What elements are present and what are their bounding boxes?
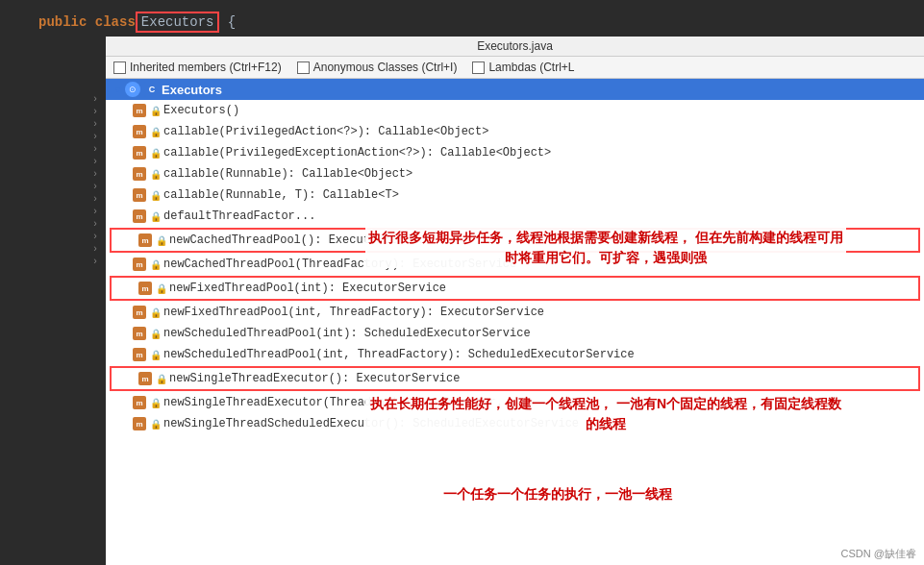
method-row-14[interactable]: m 🔒 newSingleThreadExecutor(ThreadFactor…: [106, 392, 924, 413]
method-row-13[interactable]: m 🔒 newSingleThreadExecutor(): ExecutorS…: [112, 368, 918, 389]
method-icon-10: m: [133, 306, 146, 319]
method-row-7[interactable]: m 🔒 newCachedThreadPool(): ExecutorServi…: [112, 230, 918, 251]
method-row-4[interactable]: m 🔒 callable(Runnable): Callable<Object>: [106, 163, 924, 184]
row-indent-7: m 🔒 newCachedThreadPool(): ExecutorServi…: [117, 233, 433, 247]
method-text-8: newCachedThreadPool(ThreadFactory): Exec…: [163, 258, 516, 271]
method-text-10: newFixedThreadPool(int, ThreadFactory): …: [163, 306, 544, 319]
green-icon-15: 🔒: [150, 418, 162, 430]
gutter-arrow-2: ›: [92, 107, 98, 117]
gutter-arrow-1: ›: [92, 94, 98, 105]
expand-icon: ▾: [112, 84, 123, 95]
green-icon-2: 🔒: [150, 126, 162, 137]
method-row-2[interactable]: m 🔒 callable(PrivilegedAction<?>): Calla…: [106, 121, 924, 142]
toolbar-anonymous[interactable]: Anonymous Classes (Ctrl+I): [297, 61, 458, 74]
method-icon-4: m: [133, 167, 146, 181]
class-icon: C: [144, 82, 160, 97]
green-icon-5: 🔒: [150, 189, 162, 201]
method-row-3[interactable]: m 🔒 callable(PrivilegedExceptionAction<?…: [106, 142, 924, 163]
method-text-7: newCachedThreadPool(): ExecutorService: [169, 233, 433, 247]
lock-icon-1: 🔒: [150, 105, 162, 116]
annotation-3: 一个任务一个任务的执行，一池一线程: [365, 484, 750, 504]
method-text-1: Executors(): [163, 104, 239, 117]
row-indent-12: m 🔒 newScheduledThreadPool(int, ThreadFa…: [112, 348, 635, 361]
toolbar: Inherited members (Ctrl+F12) Anonymous C…: [106, 57, 924, 79]
green-icon-8: 🔒: [150, 258, 162, 270]
keyword: public class: [38, 14, 136, 30]
method-icon-1: m: [133, 104, 146, 117]
method-icon-5: m: [133, 188, 146, 202]
method-text-5: callable(Runnable, T): Callable<T>: [163, 188, 399, 202]
green-icon-14: 🔒: [150, 397, 162, 408]
method-row-6[interactable]: m 🔒 defaultThreadFactor...: [106, 206, 924, 227]
row-indent-9: m 🔒 newFixedThreadPool(int): ExecutorSer…: [117, 282, 446, 295]
method-row-15[interactable]: m 🔒 newSingleThreadScheduledExecutor(): …: [106, 413, 924, 434]
class-row-executors[interactable]: ▾ ⊙ C Executors: [106, 79, 924, 100]
method-text-13: newSingleThreadExecutor(): ExecutorServi…: [169, 372, 460, 385]
red-border-1: m 🔒 newCachedThreadPool(): ExecutorServi…: [110, 228, 920, 253]
gutter-arrow-13: ›: [92, 244, 98, 255]
green-icon-13: 🔒: [156, 373, 167, 384]
green-icon-4: 🔒: [150, 168, 162, 180]
method-row-10[interactable]: m 🔒 newFixedThreadPool(int, ThreadFactor…: [106, 302, 924, 323]
gutter-arrow-3: ›: [92, 119, 98, 130]
row-indent-1: m 🔒 Executors(): [112, 104, 239, 117]
method-icon-15: m: [133, 417, 146, 430]
row-indent-4: m 🔒 callable(Runnable): Callable<Object>: [112, 167, 412, 181]
brace: {: [219, 14, 236, 30]
method-row-8[interactable]: m 🔒 newCachedThreadPool(ThreadFactory): …: [106, 254, 924, 275]
green-icon-6: 🔒: [150, 210, 162, 222]
lambdas-label: Lambdas (Ctrl+L: [488, 61, 574, 74]
gutter-arrow-8: ›: [92, 182, 98, 192]
title-bar: Executors.java: [106, 37, 924, 57]
inherited-label: Inherited members (Ctrl+F12): [130, 61, 282, 74]
method-row-9[interactable]: m 🔒 newFixedThreadPool(int): ExecutorSer…: [112, 278, 918, 299]
toolbar-inherited[interactable]: Inherited members (Ctrl+F12): [113, 61, 282, 74]
red-border-2: m 🔒 newFixedThreadPool(int): ExecutorSer…: [110, 276, 920, 301]
method-icon-2: m: [133, 125, 146, 138]
row-indent-11: m 🔒 newScheduledThreadPool(int): Schedul…: [112, 327, 531, 340]
method-icon-7: m: [138, 233, 152, 247]
green-icon-9: 🔒: [156, 282, 167, 294]
gutter-arrow-5: ›: [92, 144, 98, 155]
method-row-11[interactable]: m 🔒 newScheduledThreadPool(int): Schedul…: [106, 323, 924, 344]
search-icon: ⊙: [125, 82, 140, 97]
method-text-6: defaultThreadFactor...: [163, 209, 315, 223]
method-text-9: newFixedThreadPool(int): ExecutorService: [169, 282, 446, 295]
gutter-arrow-6: ›: [92, 157, 98, 167]
gutter-arrow-7: ›: [92, 169, 98, 180]
left-gutter: › › › › › › › › › › › › › ›: [0, 37, 106, 565]
anonymous-checkbox[interactable]: [297, 61, 310, 74]
method-text-12: newScheduledThreadPool(int, ThreadFactor…: [163, 348, 635, 361]
lambdas-checkbox[interactable]: [472, 61, 485, 74]
method-icon-6: m: [133, 209, 146, 223]
method-row-5[interactable]: m 🔒 callable(Runnable, T): Callable<T>: [106, 184, 924, 206]
method-icon-12: m: [133, 348, 146, 361]
green-icon-12: 🔒: [150, 349, 162, 360]
gutter-arrow-9: ›: [92, 194, 98, 205]
method-row-1[interactable]: m 🔒 Executors(): [106, 100, 924, 121]
method-icon-3: m: [133, 146, 146, 160]
tree-area[interactable]: ▾ ⊙ C Executors m 🔒 Executors() m 🔒 call…: [106, 79, 924, 565]
row-indent-3: m 🔒 callable(PrivilegedExceptionAction<?…: [112, 146, 551, 160]
method-icon-11: m: [133, 327, 146, 340]
green-icon-11: 🔒: [150, 328, 162, 339]
row-indent-13: m 🔒 newSingleThreadExecutor(): ExecutorS…: [117, 372, 460, 385]
method-text-15: newSingleThreadScheduledExecutor(): Sche…: [163, 417, 579, 430]
method-text-14: newSingleThreadExecutor(ThreadFactory): …: [163, 396, 516, 409]
row-indent-15: m 🔒 newSingleThreadScheduledExecutor(): …: [112, 417, 579, 430]
toolbar-lambdas[interactable]: Lambdas (Ctrl+L: [472, 61, 574, 74]
method-row-12[interactable]: m 🔒 newScheduledThreadPool(int, ThreadFa…: [106, 344, 924, 365]
gutter-arrow-10: ›: [92, 207, 98, 217]
green-icon-10: 🔒: [150, 307, 162, 318]
annotation-3-text: 一个任务一个任务的执行，一池一线程: [443, 486, 672, 502]
gutter-arrow-14: ›: [92, 257, 98, 267]
watermark: CSDN @缺佳睿: [841, 547, 916, 561]
inherited-checkbox[interactable]: [113, 61, 126, 74]
red-border-3: m 🔒 newSingleThreadExecutor(): ExecutorS…: [110, 366, 920, 391]
row-indent-14: m 🔒 newSingleThreadExecutor(ThreadFactor…: [112, 396, 516, 409]
row-indent-10: m 🔒 newFixedThreadPool(int, ThreadFactor…: [112, 306, 544, 319]
method-icon-14: m: [133, 396, 146, 409]
green-icon-7: 🔒: [156, 234, 167, 246]
row-indent-8: m 🔒 newCachedThreadPool(ThreadFactory): …: [112, 258, 516, 271]
file-title: Executors.java: [477, 39, 553, 53]
